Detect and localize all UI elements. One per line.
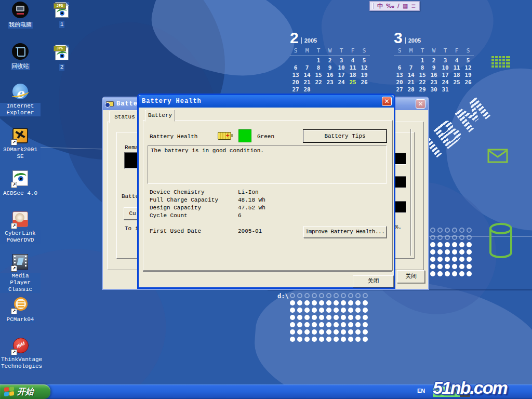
wallpaper-dot: [304, 300, 310, 305]
wallpaper-dot: [319, 337, 324, 342]
calendar-day: 9: [428, 64, 440, 72]
wallpaper-dot: [312, 315, 317, 320]
watermark: 51nb.com: [433, 378, 507, 398]
wallpaper-dot: [355, 329, 361, 335]
calendar-day: 23: [428, 79, 440, 86]
desktop-icon-pcmark04[interactable]: ↗ PCMark04: [0, 296, 41, 323]
desktop-icon-acdsee[interactable]: ↗ ACDSee 4.0: [0, 170, 41, 197]
wallpaper-dot: [467, 242, 472, 247]
desktop-icon-jpg-1[interactable]: JPG 1: [42, 1, 82, 28]
icon-label: 3DMark2001 SE: [0, 147, 41, 160]
language-indicator[interactable]: EN: [417, 388, 425, 394]
calendar-year: 2005: [301, 37, 317, 44]
ime-punctuation-icon[interactable]: /: [397, 2, 400, 10]
calendar-day: 28: [301, 86, 313, 94]
wallpaper-dot: [467, 271, 472, 276]
calendar-day: 12: [462, 64, 474, 72]
improve-battery-health-button[interactable]: Improve Battery Health...: [303, 226, 387, 238]
wallpaper-dot: [348, 337, 353, 342]
wallpaper-dot: [355, 322, 361, 327]
battery-tips-button[interactable]: Battery Tips: [303, 130, 387, 142]
wallpaper-dot: [290, 293, 295, 298]
wallpaper-dot: [312, 337, 317, 342]
wallpaper-dot: [452, 235, 457, 240]
battery-health-dialog: Battery Health ✕ Battery Battery Health …: [137, 94, 395, 289]
ime-mode-icon[interactable]: 中: [377, 2, 383, 10]
desktop-icon-recycle-bin[interactable]: 回收站: [0, 43, 41, 70]
wallpaper-dot: [304, 337, 310, 342]
field-label: Design Capacity: [150, 205, 201, 211]
shortcut-arrow-icon: ↗: [11, 308, 17, 314]
close-icon[interactable]: ✕: [416, 99, 425, 109]
ime-language-bar[interactable]: 中 ‰ / ▦ ≡: [369, 1, 420, 11]
calendar-day: 1: [417, 57, 428, 64]
ime-menu-icon[interactable]: ≡: [411, 2, 416, 10]
calendar-days: 1234567891011121314151617181920212223242…: [290, 57, 370, 94]
wallpaper-dot: [334, 300, 339, 305]
wallpaper-dot: [312, 293, 317, 298]
battery-health-titlebar[interactable]: Battery Health: [139, 95, 394, 108]
desktop-icon-thinkvantage[interactable]: IBM ↗ ThinkVantage Technologies: [0, 337, 41, 370]
calendar-weekday: M: [405, 47, 417, 55]
close-icon[interactable]: ✕: [382, 97, 392, 106]
calendar-day: 16: [428, 72, 440, 79]
calendar-day: 10: [440, 64, 451, 72]
calendar-day: 14: [301, 72, 313, 79]
close-button[interactable]: 关闭: [353, 275, 394, 287]
calendar-day: [462, 86, 474, 94]
wallpaper-dot: [341, 308, 346, 313]
field-label: Device Chemistry: [150, 189, 205, 195]
wallpaper-dot: [304, 322, 310, 327]
ime-softkeyboard-icon[interactable]: ▦: [403, 2, 408, 10]
calendar-day: [358, 86, 370, 94]
desktop-icon-powerdvd[interactable]: ↗ CyberLink PowerDVD: [0, 211, 41, 244]
start-button[interactable]: 开始: [0, 384, 50, 399]
health-status-swatch: [238, 129, 251, 142]
wallpaper-dot: [297, 329, 302, 335]
cylinder-icon: [487, 222, 514, 260]
wallpaper-dot: [363, 308, 368, 313]
desktop-icon-jpg-2[interactable]: JPG 2: [42, 44, 82, 71]
wallpaper-dot: [334, 322, 339, 327]
wallpaper-dot: [319, 315, 324, 320]
field-value: 6: [238, 212, 242, 219]
calendar-day: 17: [440, 72, 451, 79]
desktop-icon-3dmark2001[interactable]: ↗ 3DMark2001 SE: [0, 127, 41, 160]
wallpaper-dot: [319, 300, 324, 305]
calendar-day: 25: [451, 79, 462, 86]
wallpaper-dot: [437, 242, 443, 247]
desktop-icon-my-computer[interactable]: 我的电脑: [0, 2, 41, 29]
button-label: 关闭: [405, 273, 417, 280]
drag-handle-icon[interactable]: [372, 3, 374, 9]
wallpaper-dot: [452, 271, 457, 276]
calendar-days: 1234567891011121314151617181920212223242…: [394, 57, 474, 94]
close-button[interactable]: 关闭: [397, 270, 425, 283]
calendar-day: 20: [290, 79, 301, 86]
wallpaper-dot: [452, 228, 457, 233]
wallpaper-dot: [459, 249, 464, 255]
calendar-day: [347, 86, 358, 94]
ime-fullwidth-icon[interactable]: ‰: [386, 2, 394, 10]
wallpaper-dot: [430, 257, 435, 262]
wallpaper-dot: [348, 300, 353, 305]
wallpaper-dot: [437, 271, 443, 276]
calendar-day: 4: [347, 57, 358, 64]
wallpaper-dot: [341, 322, 346, 327]
desktop: IBM d:\ 2 2005 SMTWTFS 12345678910111213…: [0, 0, 532, 399]
wallpaper-dot: [430, 264, 435, 269]
shortcut-arrow-icon: ↗: [11, 349, 17, 355]
desktop-icon-internet-explorer[interactable]: e Internet Explorer: [0, 84, 41, 116]
wallpaper-dot: [297, 322, 302, 327]
media-player-classic-icon: ↗: [11, 254, 29, 271]
wallpaper-dot: [459, 242, 464, 247]
desktop-icon-media-player-classic[interactable]: ↗ Media Player Classic: [0, 254, 41, 293]
wallpaper-dot: [297, 308, 302, 313]
wallpaper-dot: [459, 235, 464, 240]
battery-label: Batte: [122, 193, 139, 200]
wallpaper-dot: [437, 249, 443, 255]
calendar-day: 15: [313, 72, 324, 79]
tab-battery[interactable]: Battery: [145, 110, 175, 122]
tab-status[interactable]: Status: [109, 111, 140, 123]
icon-label: PCMark04: [6, 316, 35, 323]
windows-logo-icon: [4, 387, 15, 397]
